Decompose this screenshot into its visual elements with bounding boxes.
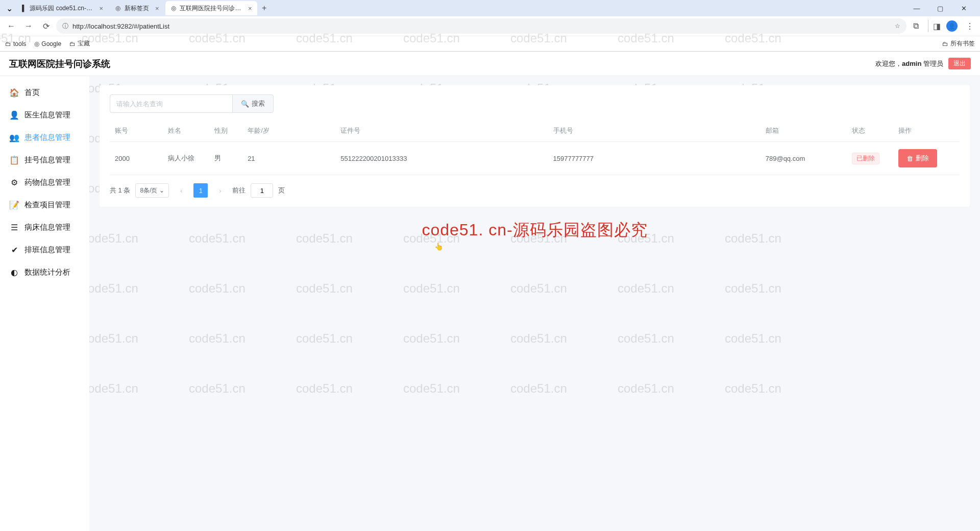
- delete-button[interactable]: 🗑删除: [898, 149, 937, 167]
- table-cell: 男: [209, 142, 242, 175]
- table-row: 2000病人小徐男2155122220020101333315977777777…: [110, 142, 960, 175]
- url-text: http://localhost:9282/#/patientList: [72, 22, 891, 30]
- welcome-text: 欢迎您，admin 管理员: [875, 59, 943, 68]
- folder-icon: 🗀: [5, 40, 11, 47]
- close-icon[interactable]: ×: [248, 5, 252, 12]
- bookmark-bar: 🗀tools ◎Google 🗀宝藏 🗀所有书签: [0, 36, 980, 51]
- new-tab-button[interactable]: +: [258, 2, 271, 14]
- column-header: 账号: [110, 120, 163, 142]
- big-watermark-text: code51. cn-源码乐园盗图必究: [100, 219, 970, 242]
- back-button[interactable]: ←: [4, 19, 18, 33]
- chevron-down-icon: ⌄: [159, 187, 164, 194]
- table-header-row: 账号姓名性别年龄/岁证件号手机号邮箱状态操作: [110, 120, 960, 142]
- column-header: 性别: [209, 120, 242, 142]
- table-cell: 病人小徐: [163, 142, 209, 175]
- search-input[interactable]: [110, 94, 232, 113]
- bookmark-item-google[interactable]: ◎Google: [34, 40, 61, 47]
- page-size-select[interactable]: 8条/页 ⌄: [135, 183, 169, 198]
- nav-icon: 📋: [9, 155, 19, 165]
- jump-prefix: 前往: [232, 186, 246, 195]
- browser-tab-0[interactable]: ▌ 源码乐园 code51.cn-项目论文... ×: [16, 1, 108, 15]
- sidebar-item-label: 排班信息管理: [24, 245, 70, 255]
- table-cell: 551222200201013333: [335, 142, 548, 175]
- search-button[interactable]: 🔍 搜索: [232, 94, 274, 113]
- nav-icon: ☰: [9, 222, 19, 232]
- trash-icon: 🗑: [906, 155, 913, 162]
- search-icon: 🔍: [241, 100, 249, 108]
- nav-icon: 🏠: [9, 87, 19, 98]
- table-cell: 789@qq.com: [761, 142, 847, 175]
- column-header: 状态: [847, 120, 893, 142]
- folder-icon: 🗀: [69, 40, 76, 47]
- table-cell: 15977777777: [548, 142, 761, 175]
- sidebar-item-3[interactable]: 📋挂号信息管理: [0, 149, 89, 171]
- search-button-label: 搜索: [252, 99, 265, 108]
- column-header: 操作: [893, 120, 960, 142]
- page-jump-input[interactable]: [251, 183, 273, 198]
- tabs-dropdown[interactable]: ⌄: [4, 3, 14, 13]
- bookmark-item-tools[interactable]: 🗀tools: [5, 40, 26, 47]
- jump-suffix: 页: [278, 186, 285, 195]
- menu-icon[interactable]: ⋮: [964, 20, 976, 32]
- sidebar-item-label: 病床信息管理: [24, 223, 70, 232]
- tab-strip: ⌄ ▌ 源码乐园 code51.cn-项目论文... × ◎ 新标签页 × ◎ …: [0, 0, 980, 16]
- app-title: 互联网医院挂号问诊系统: [9, 58, 110, 70]
- browser-tab-1[interactable]: ◎ 新标签页 ×: [109, 1, 164, 15]
- pagination-total: 共 1 条: [110, 186, 130, 195]
- table-cell: 2000: [110, 142, 163, 175]
- app-shell: code51.cncode51.cncode51.cncode51.cncode…: [0, 52, 980, 531]
- sidebar-item-label: 检查项目管理: [24, 200, 70, 210]
- status-badge: 已删除: [852, 153, 879, 164]
- nav-icon: ✔: [9, 245, 19, 255]
- page-number-button[interactable]: 1: [193, 183, 208, 198]
- sidebar-item-1[interactable]: 👤医生信息管理: [0, 104, 89, 126]
- profile-avatar[interactable]: 👤: [946, 20, 958, 32]
- sidebar-item-label: 数据统计分析: [24, 268, 70, 277]
- sidebar-item-2[interactable]: 👥患者信息管理: [0, 126, 89, 149]
- minimize-button[interactable]: —: [910, 1, 924, 15]
- side-panel-icon[interactable]: ◨: [928, 20, 940, 32]
- browser-tab-2[interactable]: ◎ 互联网医院挂号问诊系统 ×: [165, 1, 257, 15]
- column-header: 证件号: [335, 120, 548, 142]
- extensions-icon[interactable]: ⧉: [910, 20, 922, 32]
- forward-button[interactable]: →: [21, 19, 36, 33]
- nav-icon: ⚙: [9, 177, 19, 187]
- tab-title: 新标签页: [125, 4, 149, 13]
- close-icon[interactable]: ×: [99, 5, 103, 12]
- sidebar-item-label: 药物信息管理: [24, 178, 70, 187]
- column-header: 姓名: [163, 120, 209, 142]
- reload-button[interactable]: ⟳: [39, 19, 53, 33]
- logout-button[interactable]: 退出: [948, 58, 971, 69]
- sidebar-item-label: 医生信息管理: [24, 110, 70, 120]
- nav-icon: ◐: [9, 267, 19, 277]
- column-header: 邮箱: [761, 120, 847, 142]
- folder-icon: 🗀: [942, 40, 948, 47]
- next-page-button[interactable]: ›: [213, 183, 227, 198]
- sidebar-item-4[interactable]: ⚙药物信息管理: [0, 171, 89, 194]
- nav-icon: 👥: [9, 132, 19, 142]
- sidebar-item-0[interactable]: 🏠首页: [0, 81, 89, 104]
- sidebar-item-8[interactable]: ◐数据统计分析: [0, 261, 89, 283]
- close-icon[interactable]: ×: [155, 5, 159, 12]
- sidebar-item-label: 挂号信息管理: [24, 155, 70, 165]
- nav-icon: 📝: [9, 200, 19, 210]
- tab-title: 源码乐园 code51.cn-项目论文...: [30, 4, 93, 13]
- patient-table: 账号姓名性别年龄/岁证件号手机号邮箱状态操作 2000病人小徐男21551222…: [110, 120, 960, 175]
- sidebar-item-7[interactable]: ✔排班信息管理: [0, 238, 89, 261]
- sidebar-item-label: 患者信息管理: [24, 133, 70, 142]
- maximize-button[interactable]: ▢: [933, 1, 947, 15]
- app-header: 互联网医院挂号问诊系统 欢迎您，admin 管理员 退出: [0, 52, 980, 76]
- sidebar-item-6[interactable]: ☰病床信息管理: [0, 216, 89, 238]
- sidebar-item-5[interactable]: 📝检查项目管理: [0, 194, 89, 216]
- address-bar[interactable]: ⓘ http://localhost:9282/#/patientList ☆: [56, 18, 906, 34]
- prev-page-button[interactable]: ‹: [174, 183, 188, 198]
- close-window-button[interactable]: ✕: [957, 1, 971, 15]
- all-bookmarks-button[interactable]: 🗀所有书签: [942, 39, 975, 48]
- browser-chrome: ⌄ ▌ 源码乐园 code51.cn-项目论文... × ◎ 新标签页 × ◎ …: [0, 0, 980, 52]
- site-info-icon[interactable]: ⓘ: [62, 22, 68, 31]
- sidebar: 🏠首页👤医生信息管理👥患者信息管理📋挂号信息管理⚙药物信息管理📝检查项目管理☰病…: [0, 76, 89, 531]
- star-icon[interactable]: ☆: [895, 22, 900, 30]
- bookmark-item-treasure[interactable]: 🗀宝藏: [69, 39, 90, 48]
- table-cell: 21: [242, 142, 335, 175]
- status-cell: 已删除: [847, 142, 893, 175]
